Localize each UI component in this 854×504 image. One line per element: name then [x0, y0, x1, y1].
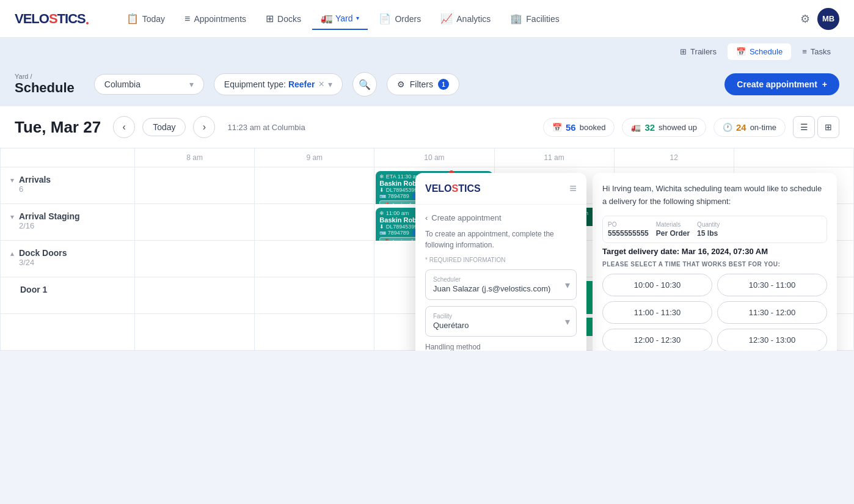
today-button[interactable]: Today: [142, 118, 186, 136]
create-appointment-button[interactable]: Create appointment +: [724, 73, 839, 95]
time-col-10am: 10 am: [374, 148, 494, 167]
slots-message: Hi Irving team, Wichita scheduling team …: [602, 183, 827, 208]
time-col-11am: 11 am: [495, 148, 615, 167]
filters-button[interactable]: ⚙ Filters 1: [387, 73, 459, 95]
staging-cell-9am[interactable]: [255, 204, 374, 241]
search-icon: 🔍: [359, 79, 371, 90]
quantity-meta: Quantity 15 lbs: [697, 221, 720, 238]
app-logo[interactable]: VELOSTICS: [15, 11, 89, 27]
page-title-group: Yard / Schedule: [15, 73, 75, 96]
scheduler-chevron-icon: ▾: [565, 279, 570, 291]
showed-stat: 🚛 32 showed up: [622, 118, 706, 137]
staging-cell-8am[interactable]: [135, 204, 255, 241]
nav-facilities[interactable]: 🏢 Facilities: [502, 8, 568, 29]
po-label: PO: [608, 221, 649, 228]
time-col-9am: 9 am: [255, 148, 374, 167]
subnav-tasks[interactable]: ≡ Tasks: [794, 43, 839, 60]
location-chevron-icon: ▾: [189, 79, 194, 89]
tasks-icon: ≡: [802, 47, 807, 56]
overlay-body: ‹ Create appointment To create an appoin…: [415, 205, 586, 351]
overlay-menu-icon[interactable]: ≡: [569, 181, 577, 195]
docks-expand-icon[interactable]: ▴: [10, 249, 14, 258]
nav-docks[interactable]: ⊞ Docks: [257, 8, 310, 29]
door1-cell-8am[interactable]: [135, 277, 255, 314]
location-value: Columbia: [104, 79, 141, 89]
back-button[interactable]: ‹ Create appointment: [425, 213, 577, 222]
back-arrow-icon: ‹: [425, 213, 428, 222]
arrivals-count: 6: [19, 184, 51, 194]
po-value: 5555555555: [608, 229, 649, 238]
nav-appointments[interactable]: ≡ Appointments: [176, 9, 255, 29]
sub-navigation: ⊞ Trailers 📅 Schedule ≡ Tasks: [0, 38, 854, 65]
equipment-filter-close-icon[interactable]: ×: [318, 79, 324, 90]
nav-orders[interactable]: 📄 Orders: [370, 8, 429, 29]
chevron-left-icon: ‹: [122, 122, 125, 133]
docks-cell-9am[interactable]: [255, 241, 374, 277]
materials-label: Materials: [656, 221, 690, 228]
trailers-icon: ⊞: [680, 47, 687, 56]
prev-date-button[interactable]: ‹: [113, 116, 135, 138]
slot-1130-12[interactable]: 11:30 - 12:00: [717, 301, 827, 324]
row-label-header: [1, 148, 135, 167]
booked-label: booked: [580, 123, 606, 132]
door1-cell-9am[interactable]: [255, 277, 374, 314]
subnav-trailers[interactable]: ⊞ Trailers: [671, 43, 725, 60]
user-avatar[interactable]: MB: [817, 8, 839, 30]
arrivals-cell-8am[interactable]: [135, 167, 255, 204]
equipment-filter-label: Equipment type: Reefer: [224, 79, 315, 89]
calendar-time: 11:23 am at Columbia: [227, 123, 536, 132]
analytics-icon: 📈: [440, 13, 453, 24]
scheduler-label: Scheduler: [433, 276, 569, 283]
nav-today[interactable]: 📋 Today: [118, 8, 173, 29]
slot-11-1130[interactable]: 11:00 - 11:30: [602, 301, 712, 324]
arrivals-expand-icon[interactable]: ▾: [10, 176, 14, 184]
quantity-value: 15 lbs: [697, 229, 720, 238]
arrivals-cell-9am[interactable]: [255, 167, 374, 204]
slot-10-1030[interactable]: 10:00 - 10:30: [602, 274, 712, 296]
po-meta: PO 5555555555: [608, 221, 649, 238]
nav-analytics[interactable]: 📈 Analytics: [432, 8, 499, 29]
ontime-icon: 🕐: [723, 123, 732, 132]
overlay-logo: VELOSTICS: [425, 183, 481, 194]
next-date-button[interactable]: ›: [193, 116, 215, 138]
ontime-label: on-time: [750, 123, 776, 132]
scheduler-field[interactable]: Scheduler Juan Salazar (j.s@velostics.co…: [425, 269, 577, 300]
docks-cell-8am[interactable]: [135, 241, 255, 277]
search-button[interactable]: 🔍: [352, 72, 377, 97]
equipment-filter[interactable]: Equipment type: Reefer × ▾: [214, 73, 343, 95]
row-door1-label: Door 1: [1, 277, 135, 314]
calendar-date: Tue, Mar 27: [15, 118, 101, 137]
list-view-button[interactable]: ☰: [793, 116, 815, 138]
staging-count: 2/16: [19, 221, 80, 230]
showed-count: 32: [644, 122, 655, 133]
time-col-8am: 8 am: [135, 148, 255, 167]
target-date: Target delivery date: Mar 16, 2024, 07:3…: [602, 247, 827, 256]
required-label: * REQUIRED INFORMATION: [425, 257, 577, 263]
row-door1b-label: [1, 314, 135, 351]
top-navigation: VELOSTICS 📋 Today ≡ Appointments ⊞ Docks…: [0, 0, 854, 38]
grid-view-button[interactable]: ⊞: [817, 116, 839, 138]
time-col-extra: [734, 148, 854, 167]
subnav-schedule[interactable]: 📅 Schedule: [728, 43, 791, 60]
filters-badge: 1: [438, 79, 449, 90]
settings-icon[interactable]: ⚙: [800, 12, 810, 26]
orders-icon: 📄: [379, 13, 391, 24]
facility-field[interactable]: Facility Querétaro ▾: [425, 306, 577, 337]
facilities-icon: 🏢: [510, 13, 522, 24]
location-filter[interactable]: Columbia ▾: [94, 74, 204, 95]
view-toggle: ☰ ⊞: [793, 116, 839, 138]
materials-value: Per Order: [656, 229, 690, 238]
door1b-cell-9am[interactable]: [255, 314, 374, 351]
ontime-stat: 🕐 24 on-time: [713, 118, 786, 137]
slot-1230-13[interactable]: 12:30 - 13:00: [717, 329, 827, 351]
row-staging-label: ▾ Arrival Staging 2/16: [1, 204, 135, 241]
nav-yard[interactable]: 🚛 Yard ▾: [312, 7, 368, 30]
staging-expand-icon[interactable]: ▾: [10, 213, 14, 221]
slot-1030-11[interactable]: 10:30 - 11:00: [717, 274, 827, 296]
page-title: Schedule: [15, 80, 75, 96]
door1b-cell-8am[interactable]: [135, 314, 255, 351]
slot-12-1230[interactable]: 12:00 - 12:30: [602, 329, 712, 351]
docks-icon: ⊞: [266, 13, 274, 24]
overlay-description: To create an appointment, complete the f…: [425, 228, 577, 250]
docks-name: Dock Doors: [19, 248, 67, 258]
